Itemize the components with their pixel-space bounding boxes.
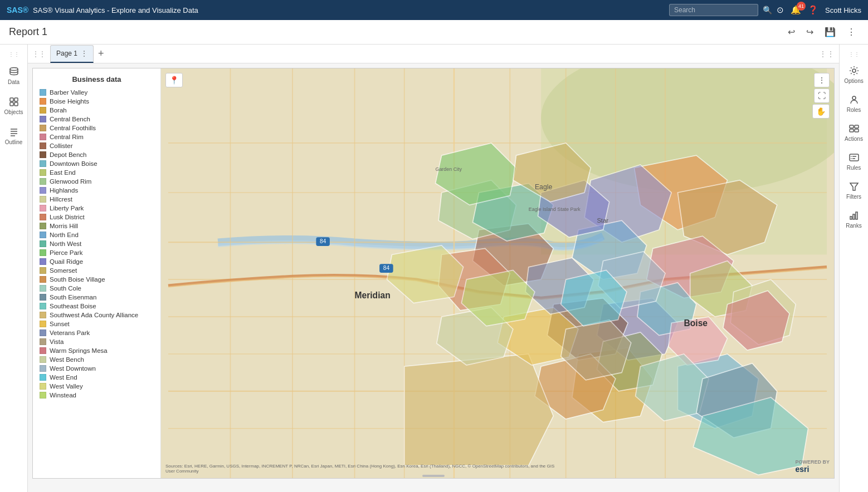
sidebar-data-label: Data <box>8 79 19 85</box>
resize-handle[interactable] <box>417 474 450 478</box>
legend-item-label: Winstead <box>50 392 76 398</box>
more-options-button[interactable]: ⋮ <box>843 24 859 40</box>
legend-item-label: Morris Hill <box>50 223 78 229</box>
map-pan-button[interactable]: ✋ <box>812 104 830 119</box>
legend-item: South Boise Village <box>40 276 154 283</box>
legend-item: West Downtown <box>40 365 154 372</box>
legend-item-label: West Valley <box>50 383 83 390</box>
sidebar-outline-label: Outline <box>5 139 23 145</box>
legend-item: Barber Valley <box>40 89 154 96</box>
legend-color-swatch <box>40 321 46 327</box>
legend-color-swatch <box>40 338 46 345</box>
svg-rect-1 <box>10 98 13 101</box>
sidebar-item-rules[interactable]: Rules <box>840 147 868 175</box>
legend-item-label: Depot Bench <box>50 151 87 158</box>
legend-item: Liberty Park <box>40 205 154 211</box>
sidebar-item-ranks[interactable]: Ranks <box>840 205 868 233</box>
legend-item: Downtown Boise <box>40 160 154 167</box>
search-input[interactable] <box>669 4 758 16</box>
boise-label: Boise <box>684 318 708 328</box>
page-tab-1-more[interactable]: ⋮ <box>81 50 87 57</box>
save-button[interactable]: 💾 <box>821 24 839 40</box>
svg-point-0 <box>10 68 18 71</box>
tabs-drag-handle[interactable]: ⋮⋮ <box>32 50 46 58</box>
legend-item-label: West Downtown <box>50 365 96 372</box>
svg-rect-71 <box>855 125 859 128</box>
legend-item-label: South Eisenman <box>50 294 96 301</box>
legend-item-label: Central Bench <box>50 116 90 122</box>
sidebar-item-filters[interactable]: Filters <box>840 176 868 204</box>
legend-color-swatch <box>40 383 46 390</box>
legend-item-label: Pierce Park <box>50 249 82 256</box>
right-drag-handle[interactable]: ⋮⋮ <box>846 49 862 60</box>
legend-item: Quail Ridge <box>40 258 154 265</box>
tabs-right-dots[interactable]: ⋮⋮ <box>819 50 835 58</box>
svg-rect-81 <box>853 214 855 219</box>
left-drag-handle[interactable]: ⋮⋮ <box>6 49 22 60</box>
legend-color-swatch <box>40 223 46 229</box>
svg-rect-73 <box>855 129 859 132</box>
notification-icon[interactable]: 🔔 41 <box>791 5 801 15</box>
map-more-button[interactable]: ⋮ <box>814 73 830 87</box>
legend-item: East End <box>40 169 154 176</box>
sidebar-item-options[interactable]: Options <box>840 61 868 88</box>
options-icon <box>849 65 860 76</box>
sidebar-item-objects[interactable]: Objects <box>0 92 27 120</box>
user-name[interactable]: Scott Hicks <box>825 6 861 14</box>
legend-item: Central Foothills <box>40 125 154 131</box>
legend-item-label: Southeast Boise <box>50 303 96 309</box>
legend-item: Southwest Ada County Alliance <box>40 312 154 318</box>
legend-item: Hillcrest <box>40 196 154 203</box>
map-area[interactable]: 📍 ⋮ ⛶ ✋ <box>161 68 834 478</box>
garden-city-label: Garden City <box>435 166 462 172</box>
legend-item: Boise Heights <box>40 98 154 105</box>
legend-item: North End <box>40 232 154 238</box>
content-area: ⋮⋮ Page 1 ⋮ + ⋮⋮ Business data Barber Va… <box>28 45 839 492</box>
map-attribution: Sources: Esri, HERE, Garmin, USGS, Inter… <box>165 464 555 474</box>
page-tab-1-label: Page 1 <box>56 50 77 57</box>
legend-item-label: South Cole <box>50 285 81 292</box>
page-tab-1[interactable]: Page 1 ⋮ <box>50 45 94 63</box>
sidebar-item-actions[interactable]: Actions <box>840 119 868 146</box>
legend-item: West Valley <box>40 383 154 390</box>
legend-item-label: Downtown Boise <box>50 160 97 167</box>
right-sidebar: ⋮⋮ Options Roles Actions <box>839 45 868 492</box>
esri-badge: POWERED BY esri <box>795 459 830 474</box>
topbar: SAS® SAS® Visual Analytics - Explore and… <box>0 0 868 20</box>
legend-items: Barber Valley Boise Heights Borah Centra… <box>40 89 154 398</box>
legend-color-swatch <box>40 178 46 185</box>
redo-button[interactable]: ↪ <box>803 24 817 40</box>
undo-button[interactable]: ↩ <box>784 24 798 40</box>
help-icon[interactable]: ❓ <box>808 5 818 15</box>
legend-item-label: Lusk District <box>50 214 85 220</box>
legend-item-label: Liberty Park <box>50 205 84 211</box>
legend-color-swatch <box>40 329 46 336</box>
svg-rect-2 <box>14 98 18 101</box>
sidebar-item-roles[interactable]: Roles <box>840 90 868 117</box>
legend-item-label: Warm Springs Mesa <box>50 347 108 354</box>
legend-item: Warm Springs Mesa <box>40 347 154 354</box>
actions-icon <box>849 123 860 134</box>
filters-icon <box>849 181 860 192</box>
map-pin-button[interactable]: 📍 <box>165 73 183 87</box>
legend-item-label: Sunset <box>50 321 70 327</box>
svg-rect-70 <box>850 125 854 128</box>
sidebar-item-data[interactable]: Data <box>0 62 27 90</box>
map-expand-button[interactable]: ⛶ <box>814 88 830 103</box>
map-panel: Business data Barber Valley Boise Height… <box>32 68 835 479</box>
roles-icon <box>849 94 860 105</box>
ranks-icon <box>849 210 860 221</box>
sidebar-item-outline[interactable]: Outline <box>0 122 27 150</box>
legend-item-label: Collister <box>50 142 73 149</box>
svg-rect-72 <box>850 129 854 132</box>
rules-label: Rules <box>847 165 861 171</box>
search-icon[interactable]: 🔍 <box>763 6 772 14</box>
report-title: Report 1 <box>9 26 47 38</box>
legend-item: Sunset <box>40 321 154 327</box>
legend-color-swatch <box>40 303 46 309</box>
add-page-tab-button[interactable]: + <box>96 48 106 60</box>
legend-color-swatch <box>40 276 46 283</box>
legend-item-label: Hillcrest <box>50 196 72 203</box>
home-icon[interactable]: ⊙ <box>777 5 784 15</box>
svg-marker-79 <box>850 183 858 190</box>
